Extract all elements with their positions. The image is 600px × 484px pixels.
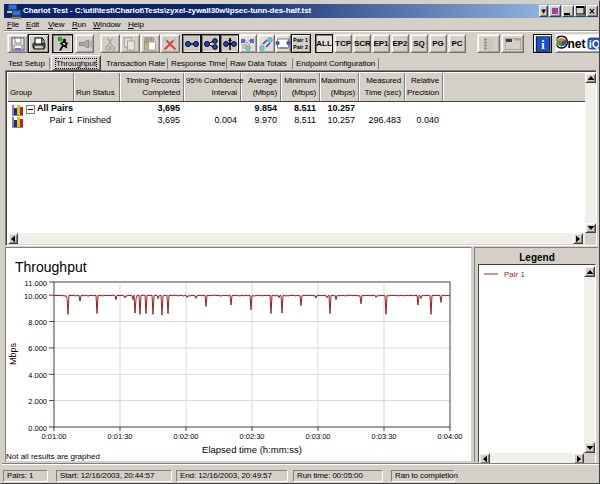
svg-text:0:03:30: 0:03:30 <box>371 432 396 441</box>
svg-text:Mbps: Mbps <box>8 343 18 366</box>
svg-text:0:02:30: 0:02:30 <box>239 432 264 441</box>
svg-text:0:04:00: 0:04:00 <box>437 432 462 441</box>
svg-text:Pair 1: Pair 1 <box>504 270 525 279</box>
svg-text:Elapsed time (h:mm:ss): Elapsed time (h:mm:ss) <box>202 444 302 455</box>
svg-text:0:03:00: 0:03:00 <box>305 432 330 441</box>
svg-text:8.000: 8.000 <box>28 318 47 327</box>
svg-text:iQ: iQ <box>588 37 600 49</box>
svg-text:net: net <box>567 36 585 50</box>
svg-text:6.000: 6.000 <box>28 344 47 353</box>
svg-text:0:01:00: 0:01:00 <box>41 432 66 441</box>
svg-text:2.000: 2.000 <box>28 397 47 406</box>
svg-text:10.000: 10.000 <box>24 292 47 301</box>
svg-text:11.000: 11.000 <box>25 279 47 288</box>
svg-text:0:02:00: 0:02:00 <box>173 432 198 441</box>
svg-text:0:01:30: 0:01:30 <box>107 432 132 441</box>
svg-text:4.000: 4.000 <box>28 371 47 380</box>
